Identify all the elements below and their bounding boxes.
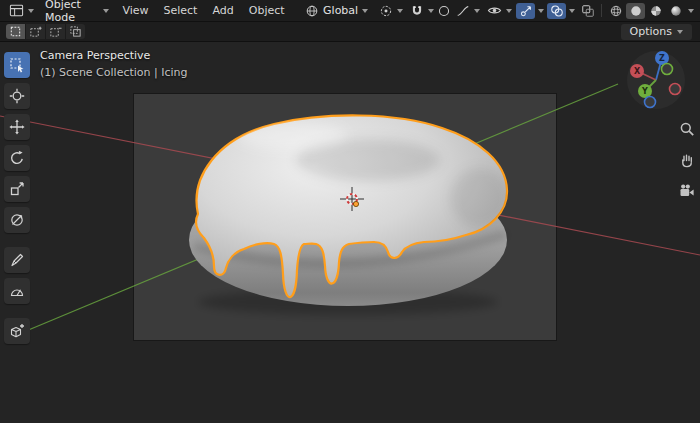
select-mode-subtract-button[interactable] [46, 24, 66, 39]
select-subtract-icon [49, 25, 62, 38]
cursor-tool-icon [9, 88, 25, 104]
show-overlays-toggle[interactable] [547, 3, 566, 19]
tool-settings-bar: Options [0, 22, 700, 42]
viewport-side-controls [678, 120, 696, 200]
shading-material-button[interactable] [646, 3, 665, 19]
tool-add-cube[interactable] [4, 318, 30, 344]
snap-settings-dropdown[interactable] [426, 2, 436, 19]
magnet-icon [410, 4, 424, 18]
viewport-header: Object Mode View Select Add Object Globa… [0, 0, 700, 22]
pivot-point-dropdown[interactable] [374, 2, 408, 19]
proportional-editing-toggle[interactable] [437, 3, 452, 19]
gizmo-arrow-icon [519, 4, 533, 18]
shading-solid-button[interactable] [626, 3, 645, 19]
annotate-pen-icon [9, 252, 25, 268]
tool-rotate[interactable] [4, 145, 30, 171]
xray-icon [581, 4, 595, 18]
options-button[interactable]: Options [621, 24, 692, 40]
transform-orientation-dropdown[interactable]: Global [300, 2, 373, 19]
scale-icon [9, 181, 25, 197]
editor-type-dropdown[interactable] [4, 2, 39, 19]
shading-rendered-button[interactable] [666, 3, 685, 19]
dropdown-caret-icon [538, 9, 544, 13]
gizmo-axis-x-neg [670, 84, 681, 95]
gizmo-settings-dropdown[interactable] [536, 2, 546, 19]
tool-measure[interactable] [4, 278, 30, 304]
transform-icon [9, 212, 25, 228]
select-new-icon [9, 25, 22, 38]
menu-add[interactable]: Add [205, 2, 240, 19]
tool-scale[interactable] [4, 176, 30, 202]
falloff-curve-icon [456, 4, 470, 18]
object-visibility-dropdown[interactable] [484, 2, 515, 19]
menu-view[interactable]: View [115, 2, 155, 19]
dropdown-caret-icon [362, 9, 368, 13]
navigation-gizmo[interactable]: Z X Y [624, 50, 688, 114]
select-extend-icon [29, 25, 42, 38]
measure-icon [9, 283, 25, 299]
orientation-label: Global [323, 4, 358, 17]
blender-window: Object Mode View Select Add Object Globa… [0, 0, 700, 423]
select-mode-group [6, 24, 85, 39]
wireframe-sphere-icon [609, 4, 623, 18]
tool-select-box[interactable] [4, 52, 30, 78]
gizmo-x-label: X [634, 67, 641, 76]
dropdown-caret-icon [677, 30, 683, 34]
viewport-3d[interactable]: Camera Perspective (1) Scene Collection … [0, 42, 700, 423]
rendered-sphere-icon [669, 4, 683, 18]
eye-icon [487, 3, 502, 18]
select-mode-intersect-button[interactable] [66, 24, 85, 39]
xray-toggle[interactable] [578, 3, 597, 19]
dropdown-caret-icon [688, 9, 694, 13]
select-mode-new-button[interactable] [6, 24, 26, 39]
editor-grid-icon [9, 3, 24, 18]
shading-wireframe-button[interactable] [606, 3, 625, 19]
rotate-icon [9, 150, 25, 166]
add-cube-icon [9, 323, 25, 339]
material-sphere-icon [649, 4, 663, 18]
dropdown-caret-icon [506, 9, 512, 13]
object-origin-dot [353, 201, 358, 206]
camera-icon [679, 183, 695, 199]
zoom-button[interactable] [678, 120, 696, 138]
proportional-circle-icon [437, 4, 451, 18]
select-intersect-icon [69, 25, 82, 38]
camera-view-button[interactable] [678, 182, 696, 200]
gizmo-y-label: Y [641, 87, 648, 96]
tool-annotate[interactable] [4, 247, 30, 273]
hand-icon [679, 152, 695, 168]
falloff-dropdown[interactable] [453, 2, 483, 19]
tool-move[interactable] [4, 114, 30, 140]
menu-object[interactable]: Object [242, 2, 292, 19]
dropdown-caret-icon [474, 9, 480, 13]
navigation-gizmo-icon: Z X Y [624, 50, 688, 114]
header-right-group [484, 2, 696, 19]
select-mode-extend-button[interactable] [26, 24, 46, 39]
pivot-point-icon [379, 4, 393, 18]
viewport-overlay-text: Camera Perspective (1) Scene Collection … [40, 47, 188, 81]
dropdown-caret-icon [28, 9, 34, 13]
solid-sphere-icon [629, 4, 643, 18]
options-label: Options [630, 25, 672, 38]
shading-settings-dropdown[interactable] [686, 2, 696, 19]
context-label: (1) Scene Collection | Icing [40, 64, 188, 81]
mode-dropdown[interactable]: Object Mode [40, 2, 114, 19]
mode-label: Object Mode [45, 0, 99, 24]
donut-render [134, 94, 556, 340]
pan-button[interactable] [678, 151, 696, 169]
dropdown-caret-icon [428, 9, 434, 13]
overlays-settings-dropdown[interactable] [567, 2, 577, 19]
select-box-icon [9, 57, 25, 73]
separator [601, 4, 602, 17]
dropdown-caret-icon [103, 9, 109, 13]
snap-toggle[interactable] [409, 3, 424, 19]
overlays-icon [550, 4, 564, 18]
left-toolbar [4, 52, 30, 344]
show-gizmo-toggle[interactable] [516, 3, 535, 19]
tool-transform[interactable] [4, 207, 30, 233]
dropdown-caret-icon [569, 9, 575, 13]
dropdown-caret-icon [397, 9, 403, 13]
view-label: Camera Perspective [40, 47, 188, 64]
menu-select[interactable]: Select [157, 2, 205, 19]
tool-cursor[interactable] [4, 83, 30, 109]
